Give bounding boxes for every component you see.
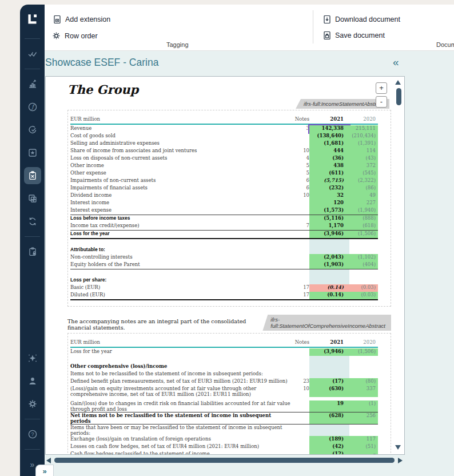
- fact-cell-2020: [349, 425, 378, 436]
- fact-cell-2020[interactable]: (0.03): [349, 292, 378, 299]
- fact-cell-2021[interactable]: 1,170: [309, 223, 349, 230]
- row-label: Loss for the year: [70, 231, 294, 238]
- scroll-right-arrow[interactable]: [398, 458, 403, 463]
- fact-cell-2020[interactable]: 227: [349, 200, 378, 207]
- settings-gear-icon[interactable]: [24, 395, 41, 412]
- fact-cell-2021[interactable]: 120: [309, 200, 349, 207]
- fact-cell-2021[interactable]: (0.14): [309, 284, 349, 292]
- fact-cell-2021[interactable]: (1,681): [309, 140, 349, 148]
- row-label: Other income: [70, 162, 294, 170]
- fact-cell-2021[interactable]: (628): [309, 412, 349, 424]
- save-document-button[interactable]: Save document: [320, 30, 387, 41]
- add-extension-button[interactable]: Add extension: [50, 14, 113, 25]
- fact-cell-2020[interactable]: (1,391): [349, 140, 378, 148]
- fact-cell-2021[interactable]: (3,946): [309, 231, 349, 238]
- checks-icon[interactable]: [24, 121, 41, 138]
- fact-cell-2021[interactable]: (36): [309, 155, 349, 162]
- fact-cell-2021[interactable]: 19: [309, 400, 349, 412]
- fact-cell-2021[interactable]: (0.14): [309, 292, 349, 299]
- notes-sentence: The accompanying notes are an integral p…: [67, 318, 262, 331]
- fact-cell-2021[interactable]: (1,573): [309, 207, 349, 215]
- fact-cell-2021[interactable]: (17): [309, 378, 349, 386]
- fact-cell-2021[interactable]: (42): [309, 443, 349, 451]
- row-order-button[interactable]: Row order: [49, 30, 100, 42]
- fact-cell-2020[interactable]: 372: [349, 162, 378, 170]
- toolbar: Add extension Row order Tagging Download…: [45, 5, 454, 51]
- scroll-left-arrow[interactable]: [46, 458, 51, 463]
- help-icon[interactable]: ?: [24, 426, 41, 443]
- column-header-2021: 2021: [309, 339, 349, 347]
- fact-cell-2020[interactable]: –: [349, 451, 378, 455]
- fact-cell-2020: [349, 363, 378, 371]
- fact-cell-2021[interactable]: (1,903): [309, 261, 349, 269]
- fact-cell-2020[interactable]: (51): [349, 443, 378, 451]
- download-document-button[interactable]: Download document: [320, 14, 403, 25]
- fact-cell-2020[interactable]: (1,506): [349, 348, 378, 356]
- save-document-label: Save document: [335, 31, 385, 39]
- fact-cell-2021[interactable]: 444: [309, 148, 349, 155]
- audit-lock-icon[interactable]: [24, 243, 41, 260]
- fact-cell-2020[interactable]: (618): [349, 223, 378, 230]
- fact-cell-2021[interactable]: 32: [309, 192, 349, 200]
- zoom-out-button[interactable]: -: [376, 96, 387, 108]
- fact-cell-2020[interactable]: (545): [349, 170, 378, 177]
- fact-cell-2021[interactable]: (5,116): [309, 215, 349, 223]
- fact-cell-2020[interactable]: (86): [349, 185, 378, 192]
- fact-cell-2020[interactable]: (1,506): [349, 231, 378, 238]
- fact-cell-2021[interactable]: (12): [309, 451, 349, 455]
- tagging-clipboard-icon[interactable]: [24, 167, 41, 184]
- fact-cell-2020[interactable]: (1,940): [349, 207, 378, 215]
- fact-cell-2020: [349, 247, 378, 254]
- scroll-down-arrow[interactable]: [395, 445, 401, 450]
- row-label: [70, 269, 294, 277]
- fact-cell-2020[interactable]: (43): [349, 155, 378, 162]
- fact-cell-2021[interactable]: 142,338: [309, 125, 349, 133]
- divider: [25, 38, 40, 39]
- fact-cell-2020[interactable]: (1,102): [349, 254, 378, 261]
- table-row: Defined benefit plan remeasurements, net…: [70, 378, 378, 386]
- fact-cell-2020[interactable]: (210,434): [349, 133, 378, 140]
- fact-cell-2020[interactable]: 256: [349, 412, 378, 424]
- vertical-scrollbar-thumb[interactable]: [396, 88, 401, 105]
- bookmark-star-icon[interactable]: [24, 144, 41, 161]
- fact-cell-2020[interactable]: (0.03): [349, 284, 378, 292]
- fact-cell-2021[interactable]: (5,715): [309, 177, 349, 185]
- table-row: Impairments of financial assets6(232)(86…: [70, 185, 378, 192]
- fact-cell-2021[interactable]: (232): [309, 185, 349, 192]
- zoom-in-button[interactable]: +: [376, 82, 387, 94]
- functions-icon[interactable]: ƒ: [24, 98, 41, 116]
- fact-cell-2021[interactable]: (189): [309, 436, 349, 443]
- note-reference: 23: [294, 378, 309, 386]
- statements-chart-icon[interactable]: [24, 76, 41, 93]
- fact-cell-2021[interactable]: (611): [309, 170, 349, 177]
- fact-cell-2020[interactable]: (1): [349, 400, 378, 412]
- fact-cell-2020[interactable]: (404): [349, 261, 378, 269]
- bottom-drawer-toggle[interactable]: »: [35, 465, 54, 476]
- fact-cell-2021[interactable]: (3,946): [309, 348, 349, 356]
- fact-cell-2020[interactable]: 49: [349, 192, 378, 200]
- assistant-sparkle-icon[interactable]: [24, 350, 41, 367]
- fact-cell-2021[interactable]: 438: [309, 162, 349, 170]
- fact-cell-2020[interactable]: 114: [349, 148, 378, 155]
- xbrl-tag-chip[interactable]: ifrs-full:StatementOfComprehensiveIncome…: [262, 315, 391, 331]
- fact-cell-2021[interactable]: (630): [309, 386, 349, 397]
- fact-cell-2021[interactable]: (138,640): [309, 133, 349, 140]
- fact-cell-2020[interactable]: (2,322): [349, 177, 378, 185]
- horizontal-scrollbar-thumb[interactable]: [54, 458, 395, 463]
- collapse-panel-icon[interactable]: «: [389, 55, 403, 69]
- table-row: Revenue3142,338215,111: [70, 125, 378, 133]
- table-row: Loss per share:: [70, 277, 378, 284]
- fact-cell-2020[interactable]: 337: [349, 386, 378, 397]
- approvals-icon[interactable]: [24, 45, 41, 62]
- fact-cell-2020[interactable]: (80): [349, 378, 378, 386]
- fact-cell-2020[interactable]: 117: [349, 436, 378, 443]
- fact-cell-2020[interactable]: (888): [349, 215, 378, 223]
- user-icon[interactable]: [24, 372, 41, 390]
- row-label: Interest expense: [70, 207, 294, 215]
- fact-cell-2020[interactable]: 215,111: [349, 125, 378, 133]
- templates-copy-icon[interactable]: [24, 190, 41, 207]
- fact-cell-2021[interactable]: (2,043): [309, 254, 349, 261]
- fact-cell-2020: [349, 269, 378, 277]
- sync-icon[interactable]: [24, 213, 41, 230]
- scroll-up-arrow[interactable]: [395, 80, 401, 85]
